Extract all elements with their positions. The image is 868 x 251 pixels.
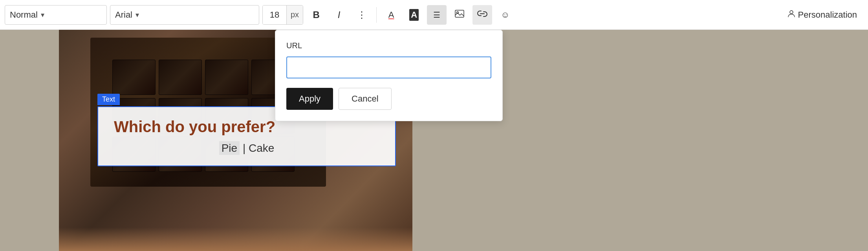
subline-end: Cake	[249, 142, 274, 154]
emoji-icon: ☺	[501, 10, 509, 20]
toolbar-divider-1	[376, 7, 377, 23]
url-popup: URL Apply Cancel	[275, 30, 503, 121]
font-size-group: px	[262, 5, 303, 25]
more-options-button[interactable]: ⋮	[352, 5, 372, 25]
font-chevron-icon: ▾	[136, 11, 139, 19]
personalization-label: Personalization	[798, 10, 857, 20]
font-color-button[interactable]: A	[381, 5, 401, 25]
main-content: URL Apply Cancel Text Which do you prefe…	[0, 30, 868, 251]
url-input[interactable]	[286, 56, 491, 78]
font-bg-button[interactable]: A	[404, 5, 424, 25]
wood-bg	[59, 227, 412, 251]
toolbar: Normal ▾ Arial ▾ px B I ⋮ A A ☰	[0, 0, 868, 30]
align-icon: ☰	[433, 10, 440, 20]
italic-icon: I	[338, 9, 341, 20]
font-color-icon: A	[388, 10, 394, 20]
subline-separator: |	[240, 142, 249, 154]
image-button[interactable]	[450, 5, 469, 25]
emoji-button[interactable]: ☺	[495, 5, 515, 25]
choc-piece	[159, 60, 202, 95]
text-tag: Text	[97, 94, 120, 105]
image-icon	[455, 10, 464, 20]
link-icon	[477, 9, 487, 20]
font-size-input[interactable]	[263, 5, 286, 24]
cancel-button[interactable]: Cancel	[339, 88, 391, 110]
url-label: URL	[286, 41, 491, 50]
subline-highlighted: Pie	[219, 141, 240, 155]
svg-point-3	[790, 11, 793, 14]
font-label: Arial	[115, 10, 132, 20]
url-buttons: Apply Cancel	[286, 88, 491, 110]
choc-piece	[205, 60, 248, 95]
style-dropdown[interactable]: Normal ▾	[5, 5, 107, 25]
left-bg	[0, 30, 59, 251]
bold-button[interactable]: B	[306, 5, 326, 25]
person-icon	[787, 9, 796, 20]
text-subline: Pie | Cake	[114, 142, 379, 155]
bold-icon: B	[313, 9, 319, 20]
choc-piece	[112, 60, 156, 95]
font-bg-icon: A	[409, 9, 419, 21]
more-icon: ⋮	[357, 9, 366, 20]
font-unit: px	[286, 5, 303, 24]
style-label: Normal	[10, 10, 38, 20]
link-button[interactable]	[472, 5, 492, 25]
font-dropdown[interactable]: Arial ▾	[110, 5, 259, 25]
apply-button[interactable]: Apply	[286, 88, 333, 110]
style-chevron-icon: ▾	[41, 11, 44, 19]
italic-button[interactable]: I	[329, 5, 349, 25]
align-button[interactable]: ☰	[427, 5, 447, 25]
personalization-button[interactable]: Personalization	[781, 5, 863, 25]
